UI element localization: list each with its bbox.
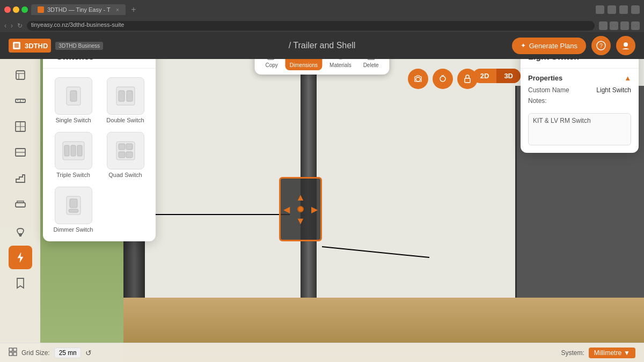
unit-selector-button[interactable]: Millimetre ▼ xyxy=(589,348,635,358)
double-switch-svg xyxy=(112,83,139,109)
logo-cube-icon xyxy=(12,41,21,50)
reload-icon[interactable]: ↻ xyxy=(17,22,23,29)
view-3d-button[interactable]: 3D xyxy=(496,69,521,83)
browser-action-icon-1 xyxy=(596,5,604,14)
browser-action-icon-3 xyxy=(619,5,628,14)
camera-icon xyxy=(413,74,423,84)
properties-collapse-button[interactable]: ▲ xyxy=(624,74,631,82)
svg-point-12 xyxy=(440,76,445,82)
quad-switch-item[interactable]: Quad Switch xyxy=(101,130,149,180)
system-label: System: xyxy=(561,349,584,357)
svg-rect-36 xyxy=(9,348,12,351)
svg-rect-30 xyxy=(126,144,133,150)
svg-rect-31 xyxy=(119,152,125,158)
grid-size-input[interactable] xyxy=(54,348,81,358)
url-bar: ‹ › ↻ tinyeasy.co.nz/3dthd-business-suit… xyxy=(0,19,644,32)
stairs-icon xyxy=(14,172,27,184)
rotate-icon xyxy=(438,74,448,84)
switch-transform-handles: ▲ ◀ ▶ ▼ xyxy=(283,192,318,227)
svg-rect-37 xyxy=(13,348,17,351)
double-switch-item[interactable]: Double Switch xyxy=(101,75,149,125)
notes-textarea[interactable]: KIT & LV RM Switch xyxy=(528,113,631,145)
svg-rect-39 xyxy=(13,352,17,356)
app-logo[interactable]: 3DTHD xyxy=(9,39,51,53)
svg-rect-32 xyxy=(126,152,133,158)
new-tab-icon[interactable]: + xyxy=(131,5,136,14)
view-mode-toggle: 2D 3D xyxy=(473,69,521,83)
user-icon xyxy=(621,41,631,50)
address-input[interactable]: tinyeasy.co.nz/3dthd-business-suite xyxy=(27,21,595,31)
sidebar-item-windows[interactable] xyxy=(9,115,32,138)
quad-switch-thumbnail xyxy=(107,132,144,169)
quad-switch-svg xyxy=(112,137,139,164)
nav-right-section: Generate Plans ? xyxy=(512,36,635,55)
svg-rect-35 xyxy=(69,209,78,212)
view-2d-button[interactable]: 2D xyxy=(473,69,497,83)
bottom-bar: Grid Size: ↺ System: Millimetre ▼ xyxy=(0,343,644,362)
svg-rect-13 xyxy=(465,78,470,83)
menu-icon[interactable] xyxy=(631,21,640,30)
svg-rect-20 xyxy=(70,91,77,101)
dropdown-arrow-icon: ▼ xyxy=(624,349,630,357)
sidebar-item-dimensions[interactable] xyxy=(9,89,32,113)
app-container: ▲ ◀ ▶ ▼ 3DTHD 3DTHD Busines xyxy=(0,32,644,362)
extensions-icon[interactable] xyxy=(610,21,618,30)
svg-point-6 xyxy=(624,42,628,47)
svg-text:?: ? xyxy=(599,43,603,49)
reset-grid-button[interactable]: ↺ xyxy=(85,349,92,357)
sidebar-item-electrical[interactable] xyxy=(9,246,32,269)
window-controls[interactable] xyxy=(4,6,28,13)
sidebar-item-furniture[interactable] xyxy=(9,192,32,216)
window-icon xyxy=(14,120,27,133)
single-switch-item[interactable]: Single Switch xyxy=(49,75,97,125)
dimmer-switch-thumbnail xyxy=(55,187,92,224)
rotate-button[interactable] xyxy=(433,69,453,89)
svg-rect-18 xyxy=(16,203,25,207)
svg-rect-22 xyxy=(119,91,125,101)
forward-arrow-icon[interactable]: › xyxy=(11,22,13,29)
business-badge: 3DTHD Business xyxy=(55,42,103,50)
custom-name-row: Custom Name Light Switch xyxy=(528,86,631,94)
svg-rect-38 xyxy=(9,352,12,356)
floor-icon xyxy=(14,146,27,159)
svg-point-11 xyxy=(416,77,420,82)
sidebar-item-bookmarks[interactable] xyxy=(9,271,32,295)
sidebar-item-stairs[interactable] xyxy=(9,166,32,190)
minimize-window-btn[interactable] xyxy=(13,6,19,13)
maximize-window-btn[interactable] xyxy=(21,6,28,13)
account-button[interactable] xyxy=(616,36,635,55)
back-arrow-icon[interactable]: ‹ xyxy=(4,22,6,29)
svg-rect-3 xyxy=(14,43,19,48)
box-icon xyxy=(14,69,27,82)
switches-panel: ‹ Switches × Single Switch xyxy=(43,46,156,241)
svg-rect-26 xyxy=(71,145,76,156)
browser-chrome: 3DTHD — Tiny Easy - T × + xyxy=(0,0,644,19)
browser-action-icon-2 xyxy=(608,5,616,14)
svg-rect-34 xyxy=(70,199,77,208)
properties-panel: Light Switch × Properties ▲ Custom Name … xyxy=(521,46,639,153)
generate-plans-button[interactable]: Generate Plans xyxy=(512,38,586,54)
page-title: / Trailer and Shell xyxy=(289,41,356,50)
switch-3d-object[interactable]: ▲ ◀ ▶ ▼ xyxy=(279,177,322,241)
bookmark-star-icon[interactable] xyxy=(599,21,608,30)
triple-switch-thumbnail xyxy=(55,132,92,169)
sidebar-item-lighting[interactable] xyxy=(9,220,32,243)
tab-title: 3DTHD — Tiny Easy - T xyxy=(47,6,111,13)
double-switch-thumbnail xyxy=(107,77,144,115)
tab-close-icon[interactable]: × xyxy=(116,6,119,13)
profile-icon[interactable] xyxy=(620,21,629,30)
electrical-icon xyxy=(14,251,27,264)
dimmer-switch-item[interactable]: Dimmer Switch xyxy=(49,184,97,235)
camera-button[interactable] xyxy=(408,69,428,89)
svg-rect-29 xyxy=(119,144,125,150)
sidebar-item-shapes[interactable] xyxy=(9,63,32,87)
triple-switch-item[interactable]: Triple Switch xyxy=(49,130,97,180)
triple-switch-svg xyxy=(60,137,87,164)
lightbulb-icon xyxy=(14,225,27,238)
help-button[interactable]: ? xyxy=(591,36,611,55)
sidebar-item-floors[interactable] xyxy=(9,141,32,164)
browser-tab[interactable]: 3DTHD — Tiny Easy - T × xyxy=(31,4,126,15)
favicon-icon xyxy=(38,6,44,13)
close-window-btn[interactable] xyxy=(4,6,11,13)
left-sidebar: ◫ xyxy=(0,32,40,362)
